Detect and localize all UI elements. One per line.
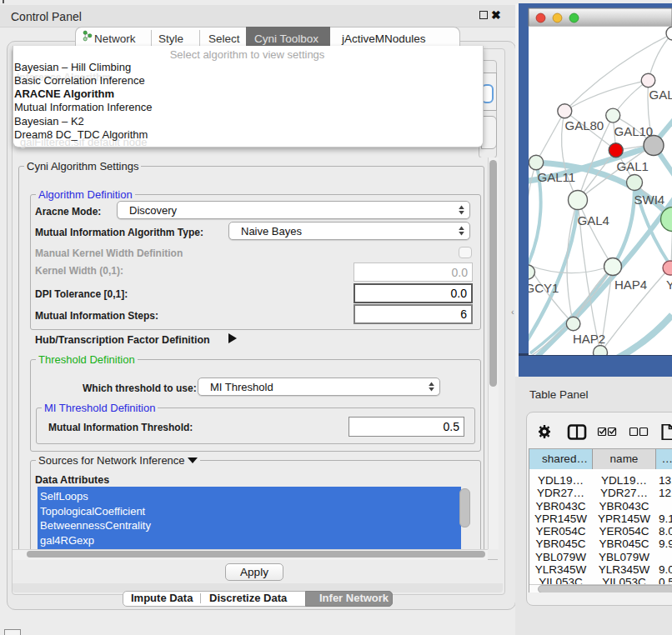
svg-text:GAL: GAL [649,88,672,102]
svg-text:HAP2: HAP2 [573,332,605,346]
svg-text:HAP4: HAP4 [614,278,647,292]
svg-text:GAL11: GAL11 [538,170,576,184]
svg-text:GAL4: GAL4 [578,213,609,228]
svg-text:GCY1: GCY1 [525,281,559,295]
svg-text:Y: Y [666,278,672,292]
svg-text:GAL1: GAL1 [617,159,649,173]
svg-text:GAL10: GAL10 [614,124,654,138]
svg-text:SWI4: SWI4 [634,192,665,207]
svg-text:GAL80: GAL80 [565,118,604,132]
